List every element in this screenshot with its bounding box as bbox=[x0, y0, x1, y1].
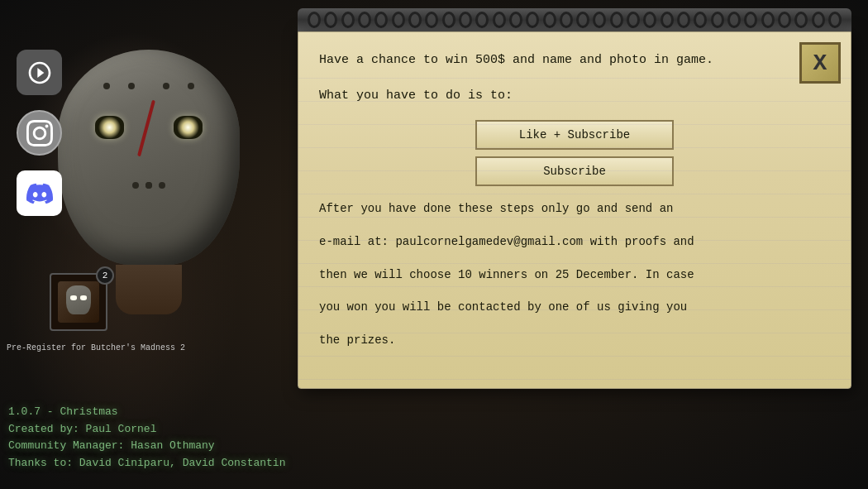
spiral-loop bbox=[794, 12, 808, 28]
spiral-loop bbox=[661, 12, 674, 28]
spiral-loop bbox=[509, 12, 522, 28]
mask-dot bbox=[132, 182, 139, 189]
game-icon-container: 2 bbox=[50, 273, 107, 331]
footer-thanks-to: Thanks to: David Ciniparu, David Constan… bbox=[8, 455, 860, 472]
spiral-loop bbox=[543, 12, 556, 28]
spiral-loop bbox=[627, 12, 640, 28]
instagram-button[interactable] bbox=[17, 110, 62, 156]
spiral-loop bbox=[358, 12, 371, 28]
spiral-loop bbox=[308, 12, 321, 28]
mask-left-eye bbox=[95, 116, 124, 139]
notebook-main-text-2: What you have to do is to: bbox=[319, 84, 830, 107]
subscribe-button[interactable]: Subscribe bbox=[475, 156, 674, 186]
spiral-loop bbox=[526, 12, 539, 28]
spiral-loop bbox=[711, 12, 724, 28]
spiral-loop bbox=[593, 12, 606, 28]
mask-dot bbox=[188, 83, 194, 89]
youtube-button[interactable] bbox=[17, 50, 62, 95]
like-subscribe-button[interactable]: Like + Subscribe bbox=[475, 120, 674, 150]
spiral-loop bbox=[560, 12, 573, 28]
spiral-loop bbox=[408, 12, 422, 28]
notebook-bottom-text-3: then we will choose 10 winners on 25 Dec… bbox=[319, 266, 830, 285]
spiral-loop bbox=[778, 12, 791, 28]
spiral-loop bbox=[828, 12, 842, 28]
spiral-loop bbox=[374, 12, 388, 28]
notebook-main-text-1: Have a chance to win 500$ and name and p… bbox=[319, 49, 830, 71]
spiral-loop bbox=[610, 12, 623, 28]
notebook-bottom-text-4: you won you will be contacted by one of … bbox=[319, 298, 830, 318]
mask-dot bbox=[128, 83, 135, 89]
mask-dot bbox=[145, 182, 152, 189]
spiral-loop bbox=[761, 12, 775, 28]
notebook-buttons: Like + Subscribe Subscribe bbox=[319, 120, 830, 186]
spiral-loop bbox=[475, 12, 489, 28]
instagram-icon bbox=[26, 120, 53, 146]
notebook-paper: X Have a chance to win 500$ and name and… bbox=[298, 31, 851, 389]
discord-icon bbox=[26, 180, 53, 207]
spiral-loop bbox=[425, 12, 438, 28]
spiral-loop bbox=[576, 12, 589, 28]
spiral-loop bbox=[493, 12, 506, 28]
spiral-loop bbox=[744, 12, 757, 28]
mask-dot bbox=[163, 83, 169, 89]
social-icons-container bbox=[17, 50, 62, 216]
game-icon-image bbox=[58, 281, 99, 323]
game-register-text: Pre-Register for Butcher's Madness 2 bbox=[7, 343, 185, 352]
footer-community-manager: Community Manager: Hasan Othmany bbox=[8, 438, 860, 455]
notebook-popup: X Have a chance to win 500$ and name and… bbox=[298, 8, 851, 389]
footer-created-by: Created by: Paul Cornel bbox=[8, 421, 860, 439]
spiral-loop bbox=[694, 12, 707, 28]
footer-version: 1.0.7 - Christmas bbox=[8, 404, 860, 421]
spiral-loop bbox=[677, 12, 690, 28]
spiral-loop bbox=[812, 12, 825, 28]
spiral-loop bbox=[341, 12, 355, 28]
notebook-bottom-text-1: After you have done these steps only go … bbox=[319, 199, 830, 219]
spiral-loop bbox=[459, 12, 472, 28]
discord-button[interactable] bbox=[17, 170, 62, 216]
notification-badge: 2 bbox=[96, 266, 114, 285]
notebook-bottom-text-2: e-mail at: paulcornelgamedev@gmail.com w… bbox=[319, 233, 830, 252]
spiral-binding bbox=[298, 8, 851, 31]
mask-slash bbox=[137, 100, 155, 157]
spiral-loop bbox=[324, 12, 337, 28]
spiral-loop bbox=[392, 12, 405, 28]
mask-face bbox=[58, 50, 240, 265]
notebook-bottom-text-5: the prizes. bbox=[319, 331, 830, 351]
mask-right-eye bbox=[174, 116, 203, 139]
mask-neck bbox=[116, 265, 182, 314]
spiral-loop bbox=[643, 12, 656, 28]
close-button[interactable]: X bbox=[799, 42, 841, 84]
footer-info: 1.0.7 - Christmas Created by: Paul Corne… bbox=[0, 404, 868, 472]
spiral-loop bbox=[442, 12, 455, 28]
spiral-loop bbox=[727, 12, 741, 28]
mask-dot bbox=[103, 83, 110, 89]
mask-dot bbox=[159, 182, 165, 189]
youtube-icon bbox=[26, 60, 53, 86]
